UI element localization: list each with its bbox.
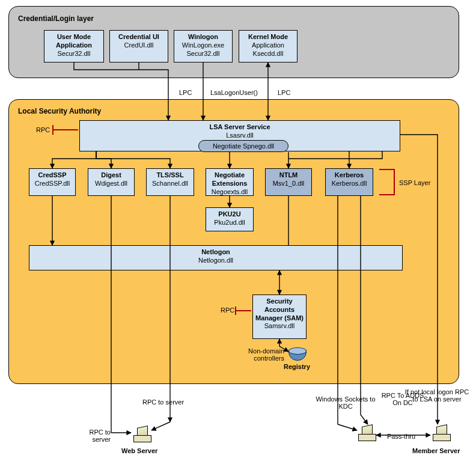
box-sub: Ksecdd.dll xyxy=(240,50,296,58)
box-sub: WinLogon.exe xyxy=(175,41,231,50)
label-rpc-sam: RPC xyxy=(221,307,234,314)
box-pku2u: PKU2U Pku2ud.dll xyxy=(206,207,254,231)
box-title: Kernel Mode xyxy=(240,33,296,41)
box-sub: CredSSP.dll xyxy=(31,180,74,188)
box-sub: CredUI.dll xyxy=(111,41,166,50)
box-sub: Samsrv.dll xyxy=(254,322,305,331)
box-winlogon: Winlogon WinLogon.exe Secur32.dll xyxy=(174,30,233,63)
label-ssp-layer: SSP Layer xyxy=(399,179,430,186)
box-title: Kerberos xyxy=(327,171,371,180)
member-server-icon xyxy=(433,426,450,441)
box-title: User Mode Application xyxy=(46,33,102,50)
box-digest: Digest Wdigest.dll xyxy=(88,168,135,196)
label-pass-thru: Pass-thru xyxy=(387,433,415,440)
label-rpc-to-server-mid: RPC to server xyxy=(142,398,184,406)
box-sub: Pku2ud.dll xyxy=(207,219,252,227)
box-ntlm: NTLM Msv1_0.dll xyxy=(265,168,312,196)
registry-disk-icon xyxy=(288,347,305,361)
box-title: Winlogon xyxy=(175,33,231,41)
box-sub: Negoexts.dll xyxy=(207,188,252,197)
box-negotiate-extensions: Negotiate Extensions Negoexts.dll xyxy=(206,168,254,196)
box-sub: Lsasrv.dll xyxy=(81,132,398,140)
label-windows-sockets-to-kdc: Windows Sockets to KDC xyxy=(313,395,379,410)
box-credential-ui: Credential UI CredUI.dll xyxy=(109,30,168,63)
box-title: Negotiate Extensions xyxy=(207,171,252,188)
label-rpc-to-server-left: RPC to server xyxy=(75,429,111,443)
label-registry: Registry xyxy=(284,363,310,370)
label-non-domain-controllers: Non-domain controllers xyxy=(230,347,284,362)
box-title: Digest xyxy=(90,171,133,180)
box-title: LSA Server Service xyxy=(81,123,398,132)
pass-thru-text: Pass-thru xyxy=(387,433,415,440)
box-sub: Secur32.dll xyxy=(46,50,102,58)
box-netlogon: Netlogon Netlogon.dll xyxy=(29,245,403,270)
box-title: Credential UI xyxy=(111,33,166,41)
box-sub: Secur32.dll xyxy=(175,50,231,58)
box-tlsssl: TLS/SSL Schannel.dll xyxy=(146,168,194,196)
label-member-server: Member Server xyxy=(412,447,460,454)
box-sub: Msv1_0.dll xyxy=(267,180,310,188)
box-title: CredSSP xyxy=(31,171,74,180)
credential-layer-title: Credential/Login layer xyxy=(18,14,94,23)
box-title: Netlogon xyxy=(31,248,401,257)
label-lsa-logon-user: LsaLogonUser() xyxy=(210,89,258,96)
box-kernel-mode: Kernel Mode Application Ksecdd.dll xyxy=(239,30,298,63)
lsa-layer-title: Local Security Authority xyxy=(18,107,101,115)
dc-server-icon xyxy=(358,426,375,441)
label-rpc-lsa: RPC xyxy=(36,126,50,133)
box-title: Security Accounts Manager (SAM) xyxy=(254,298,305,322)
label-lpc-left: LPC xyxy=(179,89,192,96)
label-lpc-right: LPC xyxy=(278,89,290,96)
box-title: PKU2U xyxy=(207,210,252,219)
pill-text: Negotiate Spnego.dll xyxy=(213,142,274,150)
pill-negotiate-spnego: Negotiate Spnego.dll xyxy=(198,140,288,152)
box-sub: Schannel.dll xyxy=(148,180,192,188)
box-title: NTLM xyxy=(267,171,310,180)
box-credssp: CredSSP CredSSP.dll xyxy=(29,168,76,196)
box-sam: Security Accounts Manager (SAM) Samsrv.d… xyxy=(252,294,307,339)
web-server-icon xyxy=(133,427,150,442)
label-web-server: Web Server xyxy=(121,447,157,454)
box-sub: Wdigest.dll xyxy=(90,180,133,188)
box-sub: Kerberos.dll xyxy=(327,180,371,188)
box-sub: Application xyxy=(240,41,296,50)
box-user-mode-application: User Mode Application Secur32.dll xyxy=(44,30,104,63)
box-sub: Netlogon.dll xyxy=(31,257,401,265)
box-kerberos: Kerberos Kerberos.dll xyxy=(325,168,373,196)
box-title: TLS/SSL xyxy=(148,171,192,180)
label-if-not-local-logon: If not local logon RPC to LSA on server xyxy=(404,388,470,403)
